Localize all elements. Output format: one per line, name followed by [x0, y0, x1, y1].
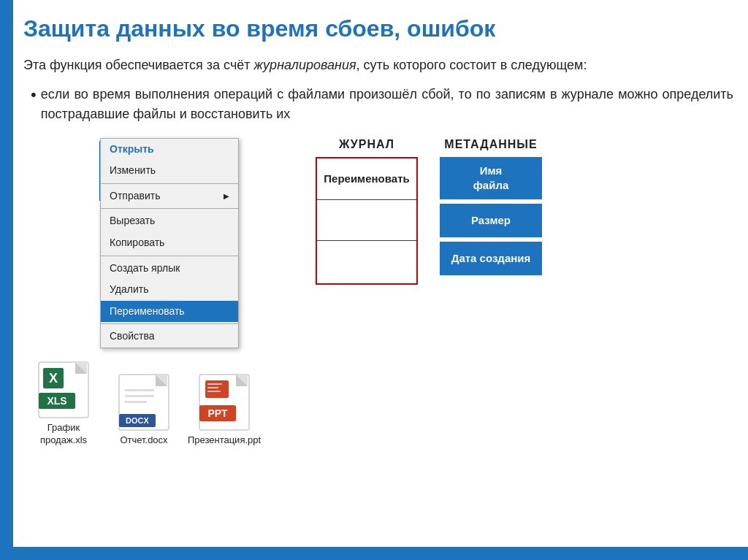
ctx-item-cut[interactable]: Вырезать [101, 210, 238, 232]
context-menu-area: Открыть Изменить Отправить ▶ Вырезать [23, 138, 294, 447]
docx-icon: DOCX [118, 373, 170, 431]
svg-rect-22 [207, 387, 218, 388]
ctx-item-properties[interactable]: Свойства [101, 326, 238, 348]
ctx-separator-3 [101, 256, 238, 256]
svg-rect-21 [207, 383, 222, 385]
docx-label: Отчет.docx [120, 434, 167, 447]
diagram-area: Открыть Изменить Отправить ▶ Вырезать [23, 138, 733, 447]
svg-rect-10 [125, 389, 154, 391]
slide: Защита данных во время сбоев, ошибок Эта… [0, 0, 748, 560]
ctx-item-edit[interactable]: Изменить [101, 160, 238, 182]
bullet-text: если во время выполнения операций с файл… [41, 85, 733, 123]
left-accent-bar [0, 0, 13, 560]
intro-text-before: Эта функция обеспечивается за счёт [23, 58, 254, 72]
xls-icon: XLS X [37, 361, 90, 419]
svg-rect-11 [125, 395, 154, 397]
intro-text-after: , суть которого состоит в следующем: [356, 58, 587, 72]
ctx-item-open[interactable]: Открыть [101, 139, 238, 161]
file-icons-row: XLS X Графикпродаж.xls [23, 361, 294, 447]
journal-cell-1: Переименовать [317, 158, 416, 200]
bullet-item: • если во время выполнения операций с фа… [31, 85, 733, 123]
ctx-separator-2 [101, 208, 238, 209]
file-item-docx: DOCX Отчет.docx [104, 373, 184, 447]
file-item-ppt: PPT Презентация.ppt [184, 373, 264, 447]
journal-cell-2 [317, 200, 416, 242]
journal-meta-area: ЖУРНАЛ Переименовать МЕТАДАННЫЕ Имяфайла [316, 138, 733, 285]
ctx-separator-1 [101, 183, 238, 184]
journal-column: ЖУРНАЛ Переименовать [316, 138, 418, 285]
svg-text:PPT: PPT [207, 407, 228, 419]
bullet-dot: • [31, 85, 37, 123]
bullet-section: • если во время выполнения операций с фа… [31, 85, 733, 123]
ctx-item-copy[interactable]: Копировать [101, 232, 238, 254]
meta-cells: Имяфайла Размер Дата создания [440, 157, 542, 275]
xls-label: Графикпродаж.xls [40, 422, 87, 447]
metadata-header: МЕТАДАННЫЕ [444, 138, 537, 151]
context-menu-box: Открыть Изменить Отправить ▶ Вырезать [100, 138, 239, 348]
meta-cell-date: Дата создания [440, 242, 542, 275]
slide-title: Защита данных во время сбоев, ошибок [23, 15, 733, 42]
context-menu: Открыть Изменить Отправить ▶ Вырезать [100, 138, 239, 348]
ctx-item-rename[interactable]: Переименовать [101, 301, 238, 323]
svg-rect-23 [207, 391, 221, 392]
svg-rect-20 [205, 380, 229, 398]
file-item-xls: XLS X Графикпродаж.xls [23, 361, 104, 447]
ppt-icon: PPT [198, 373, 251, 431]
bottom-accent-bar [0, 547, 748, 560]
content-area: Защита данных во время сбоев, ошибок Эта… [23, 15, 733, 540]
journal-header: ЖУРНАЛ [339, 138, 394, 151]
ctx-item-delete[interactable]: Удалить [101, 279, 238, 301]
svg-rect-12 [125, 401, 147, 403]
ppt-label: Презентация.ppt [188, 434, 261, 447]
metadata-column: МЕТАДАННЫЕ Имяфайла Размер Дата создания [440, 138, 542, 285]
ctx-item-shortcut[interactable]: Создать ярлык [101, 258, 238, 280]
meta-cell-filename: Имяфайла [440, 157, 542, 199]
ctx-item-send[interactable]: Отправить ▶ [101, 185, 238, 207]
intro-italic: журналирования [254, 58, 356, 72]
ctx-separator-4 [101, 323, 238, 324]
svg-text:X: X [49, 371, 58, 386]
svg-text:DOCX: DOCX [126, 416, 149, 425]
journal-cell-3 [317, 241, 416, 283]
meta-cell-size: Размер [440, 204, 542, 237]
ctx-arrow-icon: ▶ [224, 191, 229, 202]
journal-box: Переименовать [316, 157, 418, 285]
svg-text:XLS: XLS [47, 395, 66, 407]
intro-paragraph: Эта функция обеспечивается за счёт журна… [23, 55, 733, 74]
